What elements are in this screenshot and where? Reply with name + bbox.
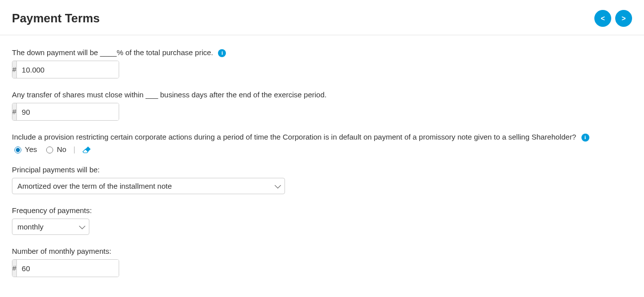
close-days-field: Any transfer of shares must close within… xyxy=(12,89,632,121)
provision-no-radio[interactable] xyxy=(46,147,53,153)
hash-icon: # xyxy=(12,61,17,78)
provision-yes-label: Yes xyxy=(25,145,37,153)
provision-label-text: Include a provision restricting certain … xyxy=(12,133,576,141)
provision-yes-radio[interactable] xyxy=(14,147,21,153)
principal-field: Principal payments will be: Amortized ov… xyxy=(12,164,632,194)
provision-field: Include a provision restricting certain … xyxy=(12,132,632,153)
form-content: The down payment will be ____% of the to… xyxy=(0,35,644,297)
provision-label: Include a provision restricting certain … xyxy=(12,132,632,142)
principal-select[interactable]: Amortized over the term of the installme… xyxy=(12,178,285,194)
num-payments-input[interactable] xyxy=(17,260,119,277)
down-payment-field: The down payment will be ____% of the to… xyxy=(12,47,632,78)
close-days-label: Any transfer of shares must close within… xyxy=(12,89,632,100)
eraser-icon[interactable] xyxy=(82,146,91,153)
frequency-select[interactable]: monthly xyxy=(12,219,89,235)
next-button[interactable]: > xyxy=(615,10,632,27)
hash-icon: # xyxy=(12,260,17,277)
frequency-label: Frequency of payments: xyxy=(12,205,632,216)
separator: | xyxy=(73,145,75,153)
prev-button[interactable]: < xyxy=(594,10,611,27)
num-payments-field: Number of monthly payments: # xyxy=(12,246,632,277)
nav-buttons: < > xyxy=(594,10,632,27)
hash-icon: # xyxy=(12,103,17,120)
info-icon[interactable]: i xyxy=(218,49,226,57)
principal-select-wrap: Amortized over the term of the installme… xyxy=(12,178,285,194)
down-payment-label-text: The down payment will be ____% of the to… xyxy=(12,48,213,57)
num-payments-label: Number of monthly payments: xyxy=(12,246,632,256)
frequency-field: Frequency of payments: monthly xyxy=(12,205,632,235)
down-payment-input[interactable] xyxy=(17,61,119,78)
provision-no-option[interactable]: No xyxy=(44,145,66,153)
frequency-select-wrap: monthly xyxy=(12,219,89,235)
provision-yes-option[interactable]: Yes xyxy=(12,145,37,153)
close-days-input[interactable] xyxy=(17,103,119,120)
provision-radio-row: Yes No | xyxy=(12,145,632,153)
page-title: Payment Terms xyxy=(12,11,100,25)
down-payment-input-group: # xyxy=(12,61,119,78)
down-payment-label: The down payment will be ____% of the to… xyxy=(12,47,632,58)
page-header: Payment Terms < > xyxy=(0,0,644,35)
close-days-input-group: # xyxy=(12,103,119,121)
info-icon[interactable]: i xyxy=(581,134,589,142)
principal-label: Principal payments will be: xyxy=(12,164,632,175)
num-payments-input-group: # xyxy=(12,259,119,277)
provision-no-label: No xyxy=(57,145,66,153)
